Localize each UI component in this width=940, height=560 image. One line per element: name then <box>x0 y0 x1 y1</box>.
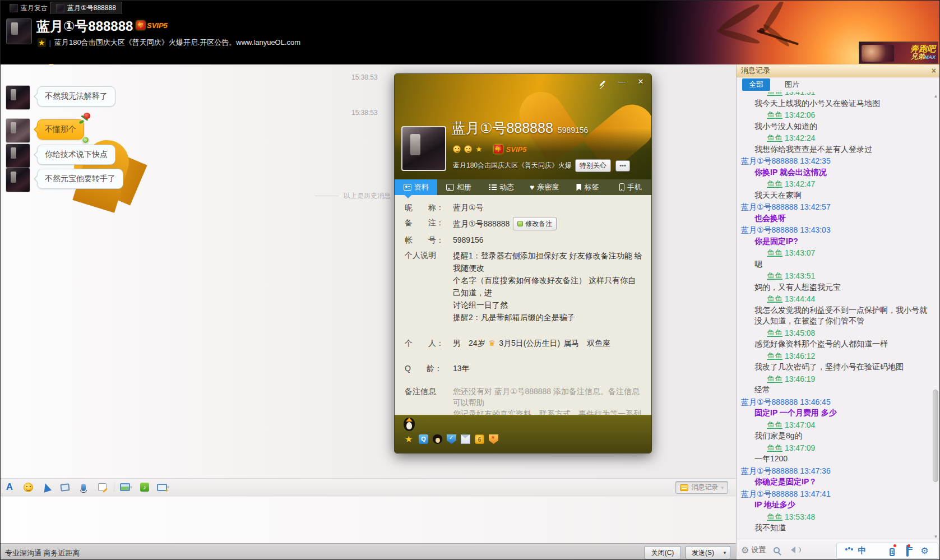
window-shake-button[interactable] <box>58 481 72 493</box>
heart-icon: ♥ <box>530 184 534 191</box>
history-close-icon[interactable]: × <box>932 66 936 75</box>
tab-mobile[interactable]: 手机 <box>609 179 651 195</box>
ime-notes-button[interactable] <box>906 546 909 556</box>
sender-name[interactable]: 鱼鱼 <box>767 133 782 142</box>
magic-wand-icon <box>41 482 52 493</box>
history-message-text: 我想你给我查查是不是有人登录过 <box>740 144 932 155</box>
sender-name[interactable]: 鱼鱼 <box>767 92 782 96</box>
dialog-minimize-button[interactable]: — <box>617 77 627 86</box>
ad-banner-running-man[interactable]: 奔跑吧 兄弟MAX <box>859 41 938 64</box>
friend-avatar[interactable] <box>6 85 30 110</box>
star-level-icon[interactable]: ★ <box>405 434 414 444</box>
ime-settings-button[interactable]: ⚙ <box>920 545 928 556</box>
profile-signature: 蓝月180合击国庆大区《普天同庆》火爆开启.... <box>453 161 572 170</box>
sender-name[interactable]: 鱼鱼 <box>767 420 782 429</box>
field-qage: Q 龄： 13年 <box>405 363 642 374</box>
mail-icon[interactable] <box>461 434 470 444</box>
message-history-panel: 消息记录 × 全部 图片 鱼鱼 13:41:51 我今天上线我的小号又在验证马地… <box>736 64 940 560</box>
security-shield-icon[interactable] <box>447 434 456 444</box>
tab-tags[interactable]: 标签 <box>566 179 608 195</box>
field-personal: 个 人： 男 24岁 ♛ 3月5日(公历生日) 属马 双鱼座 <box>405 337 642 349</box>
sender-name[interactable]: 鱼鱼 <box>767 294 782 303</box>
more-actions-button[interactable]: ••• <box>615 160 630 172</box>
coin-icon[interactable]: 6 <box>475 434 484 444</box>
message-time: 13:47:09 <box>785 443 816 452</box>
history-message-header: 蓝月①号888888 13:47:41 <box>740 489 932 500</box>
chat-tab-lanyue-fugu[interactable]: 蓝月复古 <box>4 2 53 14</box>
svip-badge[interactable]: 年 SVIP5 <box>136 21 168 30</box>
message-time: 13:46:12 <box>785 351 816 360</box>
history-message-header: 蓝月①号888888 13:46:45 <box>740 397 932 408</box>
sender-name[interactable]: 蓝月①号888888 <box>741 489 798 498</box>
list-icon <box>489 184 497 191</box>
sender-name[interactable]: 蓝月①号888888 <box>741 156 798 165</box>
message-history-toggle-button[interactable]: 消息记录 ▾ <box>675 481 728 494</box>
message-bubble-highlighted: 不懂那个 o <box>37 119 84 140</box>
profile-avatar[interactable] <box>401 126 446 171</box>
sender-name[interactable]: 鱼鱼 <box>767 512 782 521</box>
message-time: 13:46:45 <box>800 397 831 406</box>
qq-level-icon[interactable]: Q <box>419 434 428 444</box>
tab-images[interactable]: 图片 <box>785 80 799 90</box>
special-care-button[interactable]: 特别关心 <box>575 159 611 172</box>
sender-name[interactable]: 鱼鱼 <box>767 248 782 257</box>
penguin-service-icon[interactable] <box>433 434 442 444</box>
honor-badge-icon[interactable] <box>489 434 498 444</box>
history-settings-button[interactable]: ⚙ 设置 <box>741 545 766 556</box>
close-chat-button[interactable]: 关闭(C) <box>644 546 681 559</box>
tab-all[interactable]: 全部 <box>742 78 770 91</box>
change-skin-button[interactable] <box>598 77 608 86</box>
sender-name[interactable]: 鱼鱼 <box>767 271 782 280</box>
qq-year-penguin-icon[interactable] <box>404 418 415 431</box>
chat-tab-icon <box>10 4 18 12</box>
sender-name[interactable]: 鱼鱼 <box>767 443 782 452</box>
history-message-text: 你换IP 就会出这情况 <box>740 167 932 178</box>
sender-name[interactable]: 蓝月①号888888 <box>741 466 798 475</box>
message-time: 13:46:19 <box>785 374 816 383</box>
sender-name[interactable]: 蓝月①号888888 <box>741 225 798 234</box>
sender-name[interactable]: 鱼鱼 <box>767 328 782 337</box>
peer-avatar[interactable] <box>6 18 32 44</box>
tab-feeds[interactable]: 动态 <box>480 179 523 195</box>
screenshot-button[interactable]: ▾ <box>156 481 170 493</box>
send-button[interactable]: 发送(S) <box>686 546 720 559</box>
send-options-caret[interactable]: ▾ <box>720 546 730 559</box>
friend-avatar[interactable] <box>6 144 30 168</box>
message-time: 13:42:06 <box>785 110 816 119</box>
music-share-button[interactable]: ♪ <box>138 481 151 493</box>
field-nickname: 昵 称： 蓝月①号 <box>405 202 642 213</box>
voice-message-button[interactable] <box>77 481 90 493</box>
send-image-button[interactable]: ▾ <box>119 481 133 493</box>
sender-name[interactable]: 鱼鱼 <box>767 351 782 360</box>
chat-tab-lanyue-888888[interactable]: 蓝月①号888888 <box>50 2 122 14</box>
history-message-header: 鱼鱼 13:42:24 <box>740 133 932 144</box>
font-style-button[interactable]: A <box>3 481 16 493</box>
emoticon-button[interactable] <box>21 481 35 493</box>
scroll-up-arrow[interactable]: ▲ <box>932 94 939 99</box>
sender-name[interactable]: 蓝月①号888888 <box>741 202 798 211</box>
ime-language-button[interactable]: 中 <box>858 545 866 556</box>
tab-intimacy[interactable]: ♥亲密度 <box>523 179 566 195</box>
message-text: 不然元宝他要转手了 <box>45 174 115 183</box>
dialog-close-button[interactable]: ✕ <box>636 77 646 86</box>
tab-profile[interactable]: 资料 <box>395 179 437 195</box>
header-wallpaper: 奔跑吧 兄弟MAX <box>642 1 939 64</box>
sender-name[interactable]: 鱼鱼 <box>767 179 782 188</box>
message-input-area[interactable] <box>1 497 736 543</box>
magic-expression-button[interactable] <box>40 481 53 493</box>
friend-avatar[interactable] <box>6 168 30 192</box>
history-message-text: 我改了几次密码了，坚持小号在验证码地图 <box>740 362 932 373</box>
handwriting-button[interactable] <box>95 481 109 493</box>
history-message-text: 我天天在家啊 <box>740 190 932 201</box>
scrollbar-thumb[interactable] <box>933 390 938 482</box>
ime-calendar-button[interactable]: 1 <box>890 546 895 556</box>
message-row: 你给技术说下快点 <box>6 144 115 168</box>
edit-remark-button[interactable]: 修改备注 <box>513 217 557 230</box>
sender-name[interactable]: 鱼鱼 <box>767 110 782 119</box>
tab-albums[interactable]: 相册 <box>437 179 480 195</box>
sender-name[interactable]: 鱼鱼 <box>767 374 782 383</box>
sender-name[interactable]: 蓝月①号888888 <box>741 397 798 406</box>
sound-button[interactable] <box>788 547 795 553</box>
friend-avatar[interactable] <box>6 118 30 143</box>
history-search-button[interactable] <box>774 547 780 553</box>
